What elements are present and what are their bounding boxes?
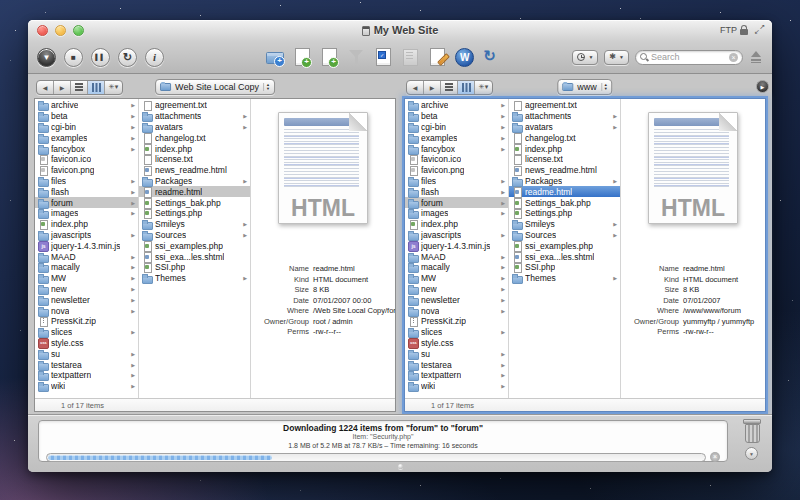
file-row[interactable]: Sources▶ — [139, 230, 250, 241]
file-row[interactable]: Settings_bak.php — [139, 197, 250, 208]
file-row[interactable]: index.php — [35, 219, 138, 230]
pause-button[interactable]: ▌▌ — [91, 48, 110, 67]
history-menu-button[interactable]: ▼ — [572, 50, 598, 65]
sync-icon[interactable] — [481, 47, 501, 67]
title-bar[interactable]: My Web Site FTP — [28, 20, 772, 40]
file-row[interactable]: beta▶ — [405, 111, 508, 122]
file-row[interactable]: ssi_examples.php — [509, 240, 620, 251]
file-row[interactable]: testarea▶ — [405, 359, 508, 370]
file-row[interactable]: favicon.ico — [405, 154, 508, 165]
file-row[interactable]: Packages▶ — [139, 176, 250, 187]
column-view-button[interactable] — [88, 81, 105, 94]
browser-column-2[interactable]: agreement.txtattachments▶avatars▶changel… — [139, 99, 251, 398]
file-row[interactable]: favicon.png — [405, 165, 508, 176]
new-file-icon[interactable] — [292, 47, 312, 67]
action-menu-button[interactable]: ✳▾ — [105, 81, 122, 94]
file-row[interactable]: style.css — [35, 338, 138, 349]
file-row[interactable]: agreement.txt — [139, 100, 250, 111]
file-row[interactable]: Themes▶ — [509, 273, 620, 284]
browser-column-1[interactable]: archive▶beta▶cgi-bin▶examples▶fancybox▶f… — [405, 99, 509, 398]
file-row[interactable]: PressKit.zip — [405, 316, 508, 327]
clear-search-icon[interactable]: × — [729, 53, 738, 62]
file-row[interactable]: files▶ — [405, 176, 508, 187]
file-row[interactable]: su▶ — [35, 348, 138, 359]
web-icon[interactable] — [454, 47, 474, 67]
file-row[interactable]: wiki▶ — [35, 381, 138, 392]
edit-document-icon[interactable] — [427, 47, 447, 67]
file-row[interactable]: PressKit.zip — [35, 316, 138, 327]
file-row[interactable]: cgi-bin▶ — [405, 122, 508, 133]
file-row[interactable]: index.php — [405, 219, 508, 230]
go-button[interactable]: ▶ — [756, 80, 769, 93]
file-row[interactable]: new▶ — [35, 284, 138, 295]
file-row[interactable]: javascripts▶ — [35, 230, 138, 241]
file-row[interactable]: index.php — [139, 143, 250, 154]
file-row[interactable]: Sources▶ — [509, 230, 620, 241]
info-button[interactable]: i — [145, 48, 164, 67]
cancel-transfer-button[interactable]: × — [710, 452, 720, 462]
file-row[interactable]: fancybox▶ — [405, 143, 508, 154]
file-row[interactable]: favicon.png — [35, 165, 138, 176]
column-view-button[interactable] — [458, 81, 475, 94]
file-row[interactable]: slices▶ — [405, 327, 508, 338]
file-row[interactable]: SSI.php — [509, 262, 620, 273]
file-row[interactable]: MAAD▶ — [405, 251, 508, 262]
file-row[interactable]: license.txt — [509, 154, 620, 165]
location-dropdown[interactable]: Web Site Local Copy▲▼ — [155, 79, 275, 95]
file-row[interactable]: textpattern▶ — [35, 370, 138, 381]
file-row[interactable]: avatars▶ — [139, 122, 250, 133]
file-row[interactable]: forum▶ — [405, 197, 508, 208]
search-input[interactable]: Search × — [635, 50, 743, 65]
file-row[interactable]: Packages▶ — [509, 176, 620, 187]
file-row[interactable]: jquery-1.4.3.min.js — [35, 240, 138, 251]
trash-icon[interactable] — [742, 419, 760, 442]
file-row[interactable]: Settings.php — [139, 208, 250, 219]
file-row[interactable]: attachments▶ — [509, 111, 620, 122]
file-row[interactable]: macally▶ — [35, 262, 138, 273]
forward-button[interactable]: ▶ — [424, 81, 441, 94]
file-row[interactable]: Settings_bak.php — [509, 197, 620, 208]
file-row[interactable]: MW▶ — [405, 273, 508, 284]
file-row[interactable]: fancybox▶ — [35, 143, 138, 154]
file-row[interactable]: archive▶ — [405, 100, 508, 111]
file-row[interactable]: examples▶ — [405, 132, 508, 143]
file-row[interactable]: ssi_exa...les.shtml — [139, 251, 250, 262]
file-row[interactable]: files▶ — [35, 176, 138, 187]
new-folder-icon[interactable] — [265, 47, 285, 67]
file-row[interactable]: testarea▶ — [35, 359, 138, 370]
file-row[interactable]: nova▶ — [35, 305, 138, 316]
file-row[interactable]: images▶ — [35, 208, 138, 219]
file-row[interactable]: MW▶ — [35, 273, 138, 284]
location-dropdown[interactable]: www▲▼ — [557, 79, 612, 95]
actions-menu-button[interactable]: ✱▼ — [604, 50, 629, 65]
file-row[interactable]: attachments▶ — [139, 111, 250, 122]
list-view-button[interactable] — [441, 81, 458, 94]
file-row[interactable]: ssi_exa...les.shtml — [509, 251, 620, 262]
file-row[interactable]: cgi-bin▶ — [35, 122, 138, 133]
file-row[interactable]: MAAD▶ — [35, 251, 138, 262]
file-row[interactable]: su▶ — [405, 348, 508, 359]
list-view-button[interactable] — [71, 81, 88, 94]
go-button[interactable]: ▼ — [37, 48, 56, 67]
back-button[interactable]: ◀ — [407, 81, 424, 94]
file-row[interactable]: images▶ — [405, 208, 508, 219]
file-row[interactable]: archive▶ — [35, 100, 138, 111]
file-row[interactable]: textpattern▶ — [405, 370, 508, 381]
file-row[interactable]: news_readme.html — [509, 165, 620, 176]
filter-icon[interactable] — [346, 47, 366, 67]
file-row[interactable]: wiki▶ — [405, 381, 508, 392]
file-row[interactable]: news_readme.html — [139, 165, 250, 176]
site-publish-icon[interactable] — [400, 47, 420, 67]
file-row[interactable]: favicon.ico — [35, 154, 138, 165]
file-row[interactable]: SSI.php — [139, 262, 250, 273]
file-row[interactable]: examples▶ — [35, 132, 138, 143]
tasks-icon[interactable] — [373, 47, 393, 67]
file-row[interactable]: Smileys▶ — [139, 219, 250, 230]
file-row[interactable]: readme.html — [139, 186, 250, 197]
fullscreen-icon[interactable] — [754, 24, 765, 35]
queue-toggle-button[interactable]: ▼ — [745, 447, 758, 460]
stop-button[interactable]: ■ — [64, 48, 83, 67]
file-row[interactable]: flash▶ — [405, 186, 508, 197]
file-row[interactable]: Settings.php — [509, 208, 620, 219]
browser-column-1[interactable]: archive▶beta▶cgi-bin▶examples▶fancybox▶f… — [35, 99, 139, 398]
